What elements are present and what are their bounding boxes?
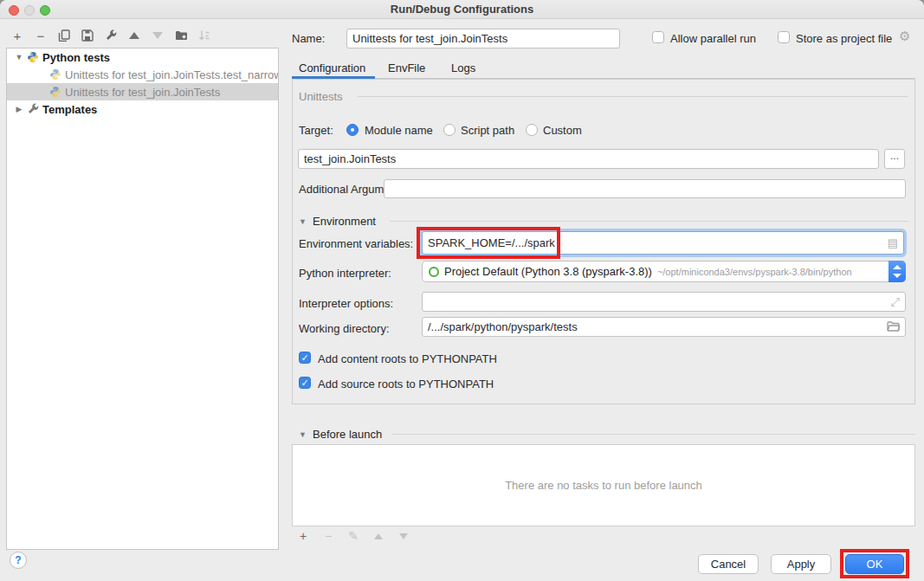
tree-item-label: Templates xyxy=(42,103,97,116)
group-rule xyxy=(358,96,908,97)
allow-parallel-run-label: Allow parallel run xyxy=(670,32,756,45)
add-source-roots-label: Add source roots to PYTHONPATH xyxy=(318,378,494,391)
target-custom-label: Custom xyxy=(543,124,582,137)
group-rule xyxy=(390,221,908,222)
tree-item-label: Unittests for test_join.JoinTests.test_n… xyxy=(65,68,278,81)
gear-icon[interactable]: ⚙ xyxy=(899,29,910,44)
working-directory-label: Working directory: xyxy=(299,322,390,335)
interpreter-options-label: Interpreter options: xyxy=(299,297,393,310)
before-launch-toolbar: + − ✎ xyxy=(296,528,410,544)
expand-field-icon[interactable]: ⤢ xyxy=(891,295,900,309)
ok-button[interactable]: OK xyxy=(845,554,904,574)
add-configuration-button[interactable]: + xyxy=(10,29,24,42)
tree-item-python-tests[interactable]: ▼ Python tests xyxy=(7,48,278,66)
move-task-up-icon xyxy=(372,529,385,543)
environment-group-label: Environment xyxy=(313,215,376,228)
add-task-button[interactable]: + xyxy=(296,529,310,543)
before-launch-collapse-icon[interactable]: ▼ xyxy=(299,430,307,439)
target-custom-radio[interactable] xyxy=(526,124,538,136)
unittests-group-label: Unittests xyxy=(299,90,343,103)
python-interpreter-value: Project Default (Python 3.8 (pyspark-3.8… xyxy=(444,265,652,278)
tab-envfile[interactable]: EnvFile xyxy=(388,61,425,74)
tab-configuration[interactable]: Configuration xyxy=(299,61,365,74)
additional-arguments-input[interactable] xyxy=(384,179,906,198)
environment-variables-value: SPARK_HOME=/.../spark xyxy=(428,236,888,249)
chevron-down-icon[interactable]: ▼ xyxy=(14,53,24,61)
templates-wrench-icon xyxy=(26,103,39,116)
before-launch-empty-text: There are no tasks to run before launch xyxy=(505,479,702,492)
python-test-icon xyxy=(48,86,61,99)
working-directory-input[interactable]: /.../spark/python/pyspark/tests xyxy=(422,317,906,337)
edit-templates-wrench-icon[interactable] xyxy=(104,29,118,42)
tree-item-unittests-test-narrow[interactable]: Unittests for test_join.JoinTests.test_n… xyxy=(7,66,278,83)
python-interpreter-select[interactable]: Project Default (Python 3.8 (pyspark-3.8… xyxy=(422,261,906,282)
environment-variables-input[interactable]: SPARK_HOME=/.../spark ▤ xyxy=(422,231,904,255)
store-as-project-file-checkbox[interactable] xyxy=(778,31,790,43)
target-script-path-label: Script path xyxy=(461,124,514,137)
move-task-down-icon xyxy=(397,529,410,543)
copy-configuration-icon[interactable] xyxy=(57,29,71,42)
tree-item-label: Unittests for test_join.JoinTests xyxy=(65,86,220,99)
interpreter-options-input[interactable]: ⤢ xyxy=(422,292,906,312)
module-name-input[interactable]: test_join.JoinTests xyxy=(298,149,879,169)
conda-environment-icon xyxy=(429,267,439,277)
allow-parallel-run-checkbox[interactable] xyxy=(652,31,664,43)
python-test-icon xyxy=(48,68,61,81)
configurations-tree: ▼ Python tests Unittests for test_join.J… xyxy=(6,48,279,550)
browse-folder-icon[interactable] xyxy=(887,320,900,334)
environment-variables-label: Environment variables: xyxy=(299,237,413,250)
name-label: Name: xyxy=(292,32,325,45)
target-label: Target: xyxy=(299,124,333,137)
move-down-icon xyxy=(151,29,165,42)
configurations-toolbar: + − xyxy=(10,27,211,44)
remove-task-button: − xyxy=(321,529,335,543)
edit-variables-icon[interactable]: ▤ xyxy=(888,236,898,249)
remove-configuration-button[interactable]: − xyxy=(34,29,48,42)
apply-button[interactable]: Apply xyxy=(771,554,831,574)
save-configuration-icon[interactable] xyxy=(81,29,94,42)
tree-item-unittests-jointests-selected[interactable]: Unittests for test_join.JoinTests xyxy=(7,83,278,100)
title-bar: Run/Debug Configurations xyxy=(0,0,924,19)
name-value: Unittests for test_join.JoinTests xyxy=(352,32,507,45)
interpreter-dropdown-stepper[interactable] xyxy=(888,261,906,282)
run-debug-configurations-dialog: Run/Debug Configurations + − ▼ Python xyxy=(0,0,924,581)
python-icon xyxy=(26,51,39,64)
tree-item-label: Python tests xyxy=(42,51,110,64)
chevron-up-icon xyxy=(893,265,901,269)
target-module-name-label: Module name xyxy=(365,124,433,137)
active-tab-indicator xyxy=(292,76,375,79)
python-interpreter-path: ~/opt/miniconda3/envs/pyspark-3.8/bin/py… xyxy=(657,267,852,277)
target-module-name-radio[interactable] xyxy=(346,124,359,136)
before-launch-label: Before launch xyxy=(313,428,382,441)
python-interpreter-label: Python interpreter: xyxy=(299,267,391,280)
sort-configurations-icon xyxy=(197,29,211,42)
tree-item-templates[interactable]: ▶ Templates xyxy=(7,100,278,118)
store-as-project-file-label: Store as project file xyxy=(796,32,892,45)
chevron-down-icon xyxy=(893,274,901,278)
move-up-icon[interactable] xyxy=(127,29,141,42)
target-script-path-radio[interactable] xyxy=(443,124,456,136)
tab-logs[interactable]: Logs xyxy=(451,61,475,74)
working-directory-value: /.../spark/python/pyspark/tests xyxy=(428,320,887,333)
environment-collapse-icon[interactable]: ▼ xyxy=(299,217,307,226)
browse-module-button[interactable]: ... xyxy=(884,149,905,169)
window-title: Run/Debug Configurations xyxy=(0,3,924,16)
new-folder-icon[interactable] xyxy=(174,29,188,42)
add-content-roots-checkbox[interactable]: ✓ xyxy=(299,352,311,364)
help-button[interactable]: ? xyxy=(10,552,27,569)
add-source-roots-checkbox[interactable]: ✓ xyxy=(299,377,311,389)
name-input[interactable]: Unittests for test_join.JoinTests xyxy=(346,29,620,48)
group-rule xyxy=(391,434,915,435)
module-name-value: test_join.JoinTests xyxy=(304,152,396,165)
before-launch-task-list: There are no tasks to run before launch xyxy=(292,444,915,526)
chevron-right-icon[interactable]: ▶ xyxy=(14,105,24,113)
add-content-roots-label: Add content roots to PYTHONPATH xyxy=(318,352,497,365)
cancel-button[interactable]: Cancel xyxy=(698,554,759,574)
edit-task-icon: ✎ xyxy=(346,529,360,543)
